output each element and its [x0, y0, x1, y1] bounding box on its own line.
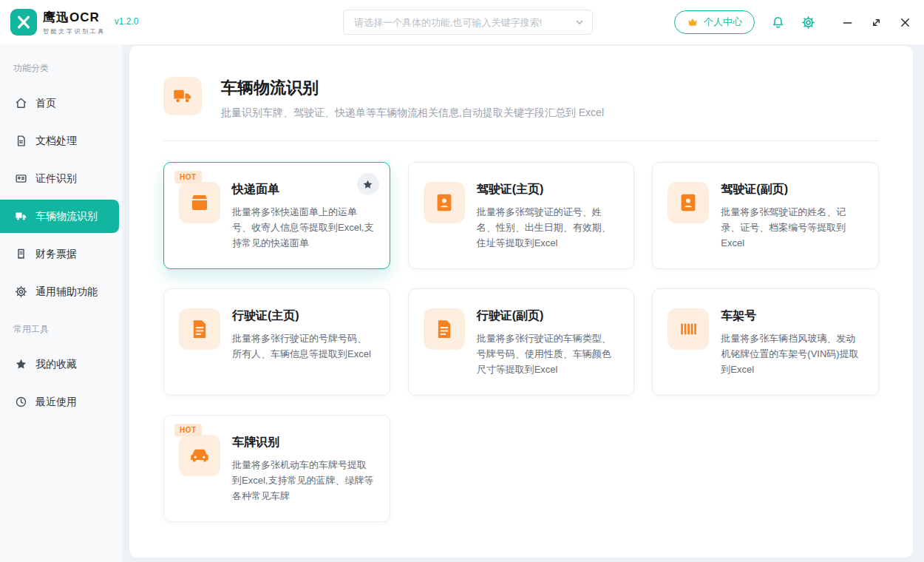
- feature-card-drivers-license-second[interactable]: 驾驶证(副页) 批量将多张驾驶证的姓名、记录、证号、档案编号等提取到Excel: [652, 162, 879, 269]
- main-content: 车辆物流识别 批量识别车牌、驾驶证、快递单等车辆物流相关信息,自动提取关键字段汇…: [122, 44, 924, 562]
- card-body: 车架号 批量将多张车辆挡风玻璃、发动机铭牌位置的车架号(VIN码)提取到Exce…: [721, 308, 863, 379]
- sidebar-item-label: 财务票据: [35, 248, 77, 261]
- sidebar-item-recent[interactable]: 最近使用: [0, 385, 122, 419]
- feature-card-vehicle-license-main[interactable]: 行驶证(主页) 批量将多张行驶证的号牌号码、所有人、车辆信息等提取到Excel: [163, 288, 390, 396]
- id-badge-icon: [424, 182, 465, 223]
- gear-icon: [801, 16, 815, 30]
- gear-icon: [15, 285, 27, 298]
- page-title: 车辆物流识别: [221, 77, 604, 99]
- sidebar-item-label: 通用辅助功能: [35, 285, 98, 299]
- sidebar-item-label: 我的收藏: [35, 358, 77, 371]
- card-body: 行驶证(副页) 批量将多张行驶证的车辆类型、号牌号码、使用性质、车辆颜色尺寸等提…: [477, 308, 619, 379]
- function-search-input[interactable]: [354, 17, 574, 28]
- card-description: 批量将多张驾驶证的姓名、记录、证号、档案编号等提取到Excel: [721, 205, 863, 251]
- sidebar-item-label: 首页: [35, 97, 56, 110]
- card-description: 批量将多张快递面单上的运单号、收寄人信息等提取到Excel,支持常见的快递面单: [232, 205, 375, 251]
- notifications-button[interactable]: [771, 16, 785, 30]
- version-badge: v1.2.0: [115, 16, 139, 27]
- app-name: 鹰迅OCR: [43, 9, 106, 26]
- user-center-button[interactable]: 个人中心: [674, 10, 755, 34]
- page-subtitle: 批量识别车牌、驾驶证、快递单等车辆物流相关信息,自动提取关键字段汇总到 Exce…: [221, 106, 604, 120]
- user-center-label: 个人中心: [704, 16, 742, 29]
- card-title: 行驶证(副页): [477, 308, 619, 324]
- truck-icon: [15, 210, 27, 223]
- sidebar-item-finance[interactable]: 财务票据: [0, 237, 122, 271]
- brand-text: 鹰迅OCR 智能文字识别工具: [43, 9, 106, 35]
- app-window: 鹰迅OCR 智能文字识别工具 v1.2.0 个人中心: [0, 0, 924, 562]
- id-badge-icon: [667, 182, 709, 223]
- panel-header-text: 车辆物流识别 批量识别车牌、驾驶证、快递单等车辆物流相关信息,自动提取关键字段汇…: [221, 77, 604, 120]
- chevron-down-icon[interactable]: [574, 17, 585, 27]
- resize-button[interactable]: [871, 17, 882, 28]
- file-icon: [179, 308, 220, 350]
- sidebar-item-label: 证件识别: [35, 172, 77, 186]
- settings-button[interactable]: [801, 16, 815, 30]
- card-title: 车牌识别: [232, 435, 375, 450]
- topbar: 鹰迅OCR 智能文字识别工具 v1.2.0 个人中心: [0, 0, 924, 44]
- card-title: 车架号: [721, 308, 863, 324]
- function-search-box[interactable]: [343, 10, 593, 35]
- card-description: 批量将多张车辆挡风玻璃、发动机铭牌位置的车架号(VIN码)提取到Excel: [721, 331, 863, 377]
- app-tagline: 智能文字识别工具: [43, 27, 106, 35]
- feature-card-license-plate[interactable]: HOT 车牌识别 批量将多张机动车的车牌号提取到Excel,支持常见的蓝牌、绿牌…: [163, 415, 390, 522]
- feature-card-drivers-license-main[interactable]: 驾驶证(主页) 批量将多张驾驶证的证号、姓名、性别、出生日期、有效期、住址等提取…: [408, 162, 635, 269]
- star-icon: [15, 358, 27, 370]
- package-icon: [179, 182, 220, 223]
- window-controls: [842, 17, 911, 28]
- clock-icon: [15, 396, 27, 408]
- file-icon: [424, 308, 465, 350]
- card-body: 快递面单 批量将多张快递面单上的运单号、收寄人信息等提取到Excel,支持常见的…: [232, 182, 375, 252]
- vin-barcode-icon: [667, 308, 709, 350]
- sidebar-item-favorites[interactable]: 我的收藏: [0, 348, 122, 381]
- feature-card-vin-number[interactable]: 车架号 批量将多张车辆挡风玻璃、发动机铭牌位置的车架号(VIN码)提取到Exce…: [652, 288, 879, 396]
- favorite-button[interactable]: [357, 173, 379, 195]
- bell-icon: [771, 16, 785, 30]
- sidebar-item-id-recognition[interactable]: 证件识别: [0, 162, 122, 195]
- topbar-right: 个人中心: [674, 10, 911, 34]
- sidebar-item-home[interactable]: 首页: [0, 87, 122, 120]
- hot-badge: HOT: [174, 424, 202, 436]
- card-body: 驾驶证(主页) 批量将多张驾驶证的证号、姓名、性别、出生日期、有效期、住址等提取…: [477, 182, 619, 252]
- sidebar-item-documents[interactable]: 文档处理: [0, 124, 122, 158]
- card-title: 驾驶证(主页): [477, 182, 619, 197]
- card-description: 批量将多张行驶证的号牌号码、所有人、车辆信息等提取到Excel: [232, 331, 375, 362]
- crown-icon: [687, 16, 699, 28]
- sidebar-item-label: 车辆物流识别: [35, 210, 98, 223]
- document-icon: [15, 135, 27, 147]
- star-icon: [362, 179, 373, 190]
- sidebar-section-label: 功能分类: [0, 52, 122, 82]
- brand: 鹰迅OCR 智能文字识别工具 v1.2.0: [10, 9, 262, 35]
- card-description: 批量将多张机动车的车牌号提取到Excel,支持常见的蓝牌、绿牌等各种常见车牌: [232, 458, 375, 504]
- card-description: 批量将多张行驶证的车辆类型、号牌号码、使用性质、车辆颜色尺寸等提取到Excel: [477, 331, 619, 377]
- id-card-icon: [15, 172, 27, 185]
- vehicle-logistics-panel: 车辆物流识别 批量识别车牌、驾驶证、快递单等车辆物流相关信息,自动提取关键字段汇…: [129, 46, 913, 558]
- sidebar-item-vehicle-logistics[interactable]: 车辆物流识别: [0, 200, 119, 233]
- sidebar-item-utilities[interactable]: 通用辅助功能: [0, 275, 122, 308]
- feature-card-express-waybill[interactable]: HOT 快递面单 批量将多张快递面单上的运单号、收寄人信息等提取到Excel,支…: [163, 162, 390, 269]
- card-description: 批量将多张驾驶证的证号、姓名、性别、出生日期、有效期、住址等提取到Excel: [477, 205, 619, 251]
- hot-badge: HOT: [174, 171, 202, 183]
- receipt-icon: [15, 248, 27, 260]
- sidebar: 功能分类 首页 文档处理 证件识别: [0, 44, 122, 562]
- sidebar-section-label: 常用工具: [0, 313, 122, 343]
- car-icon: [179, 435, 220, 476]
- card-title: 快递面单: [232, 182, 375, 197]
- app-logo-icon: [10, 9, 37, 35]
- close-button[interactable]: [900, 17, 911, 28]
- card-title: 行驶证(主页): [232, 308, 375, 324]
- truck-icon: [163, 77, 202, 115]
- card-body: 驾驶证(副页) 批量将多张驾驶证的姓名、记录、证号、档案编号等提取到Excel: [721, 182, 863, 252]
- card-body: 行驶证(主页) 批量将多张行驶证的号牌号码、所有人、车辆信息等提取到Excel: [232, 308, 375, 379]
- panel-header: 车辆物流识别 批量识别车牌、驾驶证、快递单等车辆物流相关信息,自动提取关键字段汇…: [163, 77, 879, 120]
- divider: [163, 140, 879, 141]
- card-body: 车牌识别 批量将多张机动车的车牌号提取到Excel,支持常见的蓝牌、绿牌等各种常…: [232, 435, 375, 505]
- home-icon: [15, 97, 27, 109]
- search-wrap: [262, 10, 674, 35]
- feature-card-vehicle-license-second[interactable]: 行驶证(副页) 批量将多张行驶证的车辆类型、号牌号码、使用性质、车辆颜色尺寸等提…: [408, 288, 635, 396]
- sidebar-item-label: 最近使用: [35, 396, 77, 409]
- sidebar-item-label: 文档处理: [35, 135, 77, 148]
- minimize-button[interactable]: [842, 17, 853, 28]
- card-title: 驾驶证(副页): [721, 182, 863, 197]
- feature-card-grid: HOT 快递面单 批量将多张快递面单上的运单号、收寄人信息等提取到Excel,支…: [163, 162, 879, 522]
